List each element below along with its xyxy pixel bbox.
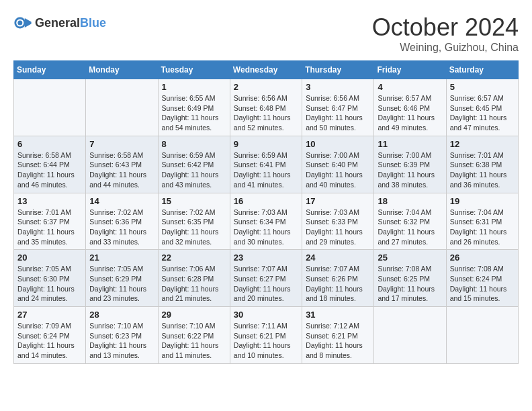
calendar-cell: 14Sunrise: 7:02 AMSunset: 6:36 PMDayligh… xyxy=(86,193,158,250)
calendar-cell: 9Sunrise: 6:59 AMSunset: 6:41 PMDaylight… xyxy=(230,136,302,193)
calendar-cell: 3Sunrise: 6:56 AMSunset: 6:47 PMDaylight… xyxy=(302,79,374,136)
svg-point-2 xyxy=(17,21,22,26)
calendar-cell: 30Sunrise: 7:11 AMSunset: 6:21 PMDayligh… xyxy=(230,307,302,364)
calendar-cell: 2Sunrise: 6:56 AMSunset: 6:48 PMDaylight… xyxy=(230,79,302,136)
day-number: 25 xyxy=(378,253,442,263)
weekday-header-tuesday: Tuesday xyxy=(158,61,230,79)
day-info: Sunrise: 7:00 AMSunset: 6:40 PMDaylight:… xyxy=(306,150,370,190)
title-block: October 2024 Weining, Guizhou, China xyxy=(372,13,519,54)
day-number: 11 xyxy=(378,139,442,149)
day-number: 1 xyxy=(162,82,226,92)
day-info: Sunrise: 7:04 AMSunset: 6:31 PMDaylight:… xyxy=(450,208,515,247)
day-info: Sunrise: 6:56 AMSunset: 6:47 PMDaylight:… xyxy=(306,93,370,133)
day-info: Sunrise: 7:01 AMSunset: 6:37 PMDaylight:… xyxy=(17,208,82,247)
calendar-week-row: 27Sunrise: 7:09 AMSunset: 6:24 PMDayligh… xyxy=(14,307,519,364)
calendar-week-row: 20Sunrise: 7:05 AMSunset: 6:30 PMDayligh… xyxy=(14,250,519,307)
day-info: Sunrise: 7:08 AMSunset: 6:25 PMDaylight:… xyxy=(378,264,442,304)
calendar-cell: 11Sunrise: 7:00 AMSunset: 6:39 PMDayligh… xyxy=(374,136,446,193)
day-number: 8 xyxy=(162,139,226,149)
day-number: 6 xyxy=(17,139,82,149)
location-title: Weining, Guizhou, China xyxy=(372,42,519,54)
day-info: Sunrise: 6:58 AMSunset: 6:44 PMDaylight:… xyxy=(17,150,82,190)
weekday-header-wednesday: Wednesday xyxy=(230,61,302,79)
day-info: Sunrise: 6:55 AMSunset: 6:49 PMDaylight:… xyxy=(162,93,226,133)
weekday-header-sunday: Sunday xyxy=(14,61,86,79)
day-number: 23 xyxy=(234,253,298,263)
day-number: 2 xyxy=(234,82,298,92)
day-number: 28 xyxy=(89,310,154,320)
calendar-cell xyxy=(446,307,518,364)
weekday-header-monday: Monday xyxy=(86,61,158,79)
svg-marker-3 xyxy=(25,18,32,28)
day-number: 20 xyxy=(17,253,82,263)
day-info: Sunrise: 7:11 AMSunset: 6:21 PMDaylight:… xyxy=(234,321,298,361)
calendar-cell: 26Sunrise: 7:08 AMSunset: 6:24 PMDayligh… xyxy=(446,250,518,307)
day-number: 15 xyxy=(162,196,226,206)
day-info: Sunrise: 7:05 AMSunset: 6:30 PMDaylight:… xyxy=(17,264,82,304)
day-info: Sunrise: 7:07 AMSunset: 6:27 PMDaylight:… xyxy=(234,264,298,304)
calendar-cell: 22Sunrise: 7:06 AMSunset: 6:28 PMDayligh… xyxy=(158,250,230,307)
calendar-week-row: 1Sunrise: 6:55 AMSunset: 6:49 PMDaylight… xyxy=(14,79,519,136)
calendar-cell: 16Sunrise: 7:03 AMSunset: 6:34 PMDayligh… xyxy=(230,193,302,250)
day-info: Sunrise: 7:03 AMSunset: 6:34 PMDaylight:… xyxy=(234,208,298,247)
calendar-cell: 19Sunrise: 7:04 AMSunset: 6:31 PMDayligh… xyxy=(446,193,518,250)
day-number: 3 xyxy=(306,82,370,92)
day-info: Sunrise: 7:06 AMSunset: 6:28 PMDaylight:… xyxy=(162,264,226,304)
calendar-cell: 8Sunrise: 6:59 AMSunset: 6:42 PMDaylight… xyxy=(158,136,230,193)
calendar-cell: 21Sunrise: 7:05 AMSunset: 6:29 PMDayligh… xyxy=(86,250,158,307)
calendar-week-row: 6Sunrise: 6:58 AMSunset: 6:44 PMDaylight… xyxy=(14,136,519,193)
day-number: 13 xyxy=(17,196,82,206)
weekday-header-row: SundayMondayTuesdayWednesdayThursdayFrid… xyxy=(14,61,519,79)
calendar-cell: 12Sunrise: 7:01 AMSunset: 6:38 PMDayligh… xyxy=(446,136,518,193)
day-info: Sunrise: 7:05 AMSunset: 6:29 PMDaylight:… xyxy=(89,264,154,304)
day-number: 14 xyxy=(89,196,154,206)
day-number: 4 xyxy=(378,82,442,92)
calendar-cell: 7Sunrise: 6:58 AMSunset: 6:43 PMDaylight… xyxy=(86,136,158,193)
page-header: General Blue October 2024 Weining, Guizh… xyxy=(13,13,519,54)
logo-icon xyxy=(13,13,32,32)
calendar-cell: 23Sunrise: 7:07 AMSunset: 6:27 PMDayligh… xyxy=(230,250,302,307)
day-info: Sunrise: 7:04 AMSunset: 6:32 PMDaylight:… xyxy=(378,208,442,247)
day-info: Sunrise: 7:01 AMSunset: 6:38 PMDaylight:… xyxy=(450,150,515,190)
calendar-cell: 1Sunrise: 6:55 AMSunset: 6:49 PMDaylight… xyxy=(158,79,230,136)
day-number: 27 xyxy=(17,310,82,320)
day-number: 31 xyxy=(306,310,370,320)
day-number: 19 xyxy=(450,196,515,206)
calendar-cell xyxy=(86,79,158,136)
weekday-header-saturday: Saturday xyxy=(446,61,518,79)
calendar-cell: 20Sunrise: 7:05 AMSunset: 6:30 PMDayligh… xyxy=(14,250,86,307)
day-info: Sunrise: 6:58 AMSunset: 6:43 PMDaylight:… xyxy=(89,150,154,190)
calendar-cell: 25Sunrise: 7:08 AMSunset: 6:25 PMDayligh… xyxy=(374,250,446,307)
day-info: Sunrise: 7:08 AMSunset: 6:24 PMDaylight:… xyxy=(450,264,515,304)
calendar-cell: 29Sunrise: 7:10 AMSunset: 6:22 PMDayligh… xyxy=(158,307,230,364)
weekday-header-thursday: Thursday xyxy=(302,61,374,79)
day-number: 21 xyxy=(89,253,154,263)
calendar-cell: 15Sunrise: 7:02 AMSunset: 6:35 PMDayligh… xyxy=(158,193,230,250)
calendar-cell: 6Sunrise: 6:58 AMSunset: 6:44 PMDaylight… xyxy=(14,136,86,193)
calendar-cell xyxy=(374,307,446,364)
day-number: 18 xyxy=(378,196,442,206)
day-info: Sunrise: 7:03 AMSunset: 6:33 PMDaylight:… xyxy=(306,208,370,247)
day-info: Sunrise: 6:59 AMSunset: 6:42 PMDaylight:… xyxy=(162,150,226,190)
calendar-cell: 17Sunrise: 7:03 AMSunset: 6:33 PMDayligh… xyxy=(302,193,374,250)
day-info: Sunrise: 7:10 AMSunset: 6:22 PMDaylight:… xyxy=(162,321,226,361)
day-info: Sunrise: 6:57 AMSunset: 6:45 PMDaylight:… xyxy=(450,93,515,133)
day-info: Sunrise: 6:56 AMSunset: 6:48 PMDaylight:… xyxy=(234,93,298,133)
day-info: Sunrise: 7:02 AMSunset: 6:36 PMDaylight:… xyxy=(89,208,154,247)
calendar-cell: 24Sunrise: 7:07 AMSunset: 6:26 PMDayligh… xyxy=(302,250,374,307)
calendar-week-row: 13Sunrise: 7:01 AMSunset: 6:37 PMDayligh… xyxy=(14,193,519,250)
day-number: 17 xyxy=(306,196,370,206)
day-info: Sunrise: 7:09 AMSunset: 6:24 PMDaylight:… xyxy=(17,321,82,361)
calendar-cell: 5Sunrise: 6:57 AMSunset: 6:45 PMDaylight… xyxy=(446,79,518,136)
day-number: 24 xyxy=(306,253,370,263)
day-info: Sunrise: 6:57 AMSunset: 6:46 PMDaylight:… xyxy=(378,93,442,133)
day-number: 22 xyxy=(162,253,226,263)
day-number: 7 xyxy=(89,139,154,149)
calendar-cell xyxy=(14,79,86,136)
day-number: 26 xyxy=(450,253,515,263)
day-number: 9 xyxy=(234,139,298,149)
day-number: 5 xyxy=(450,82,515,92)
day-number: 30 xyxy=(234,310,298,320)
logo-general-text: General xyxy=(35,16,80,30)
day-info: Sunrise: 7:02 AMSunset: 6:35 PMDaylight:… xyxy=(162,208,226,247)
